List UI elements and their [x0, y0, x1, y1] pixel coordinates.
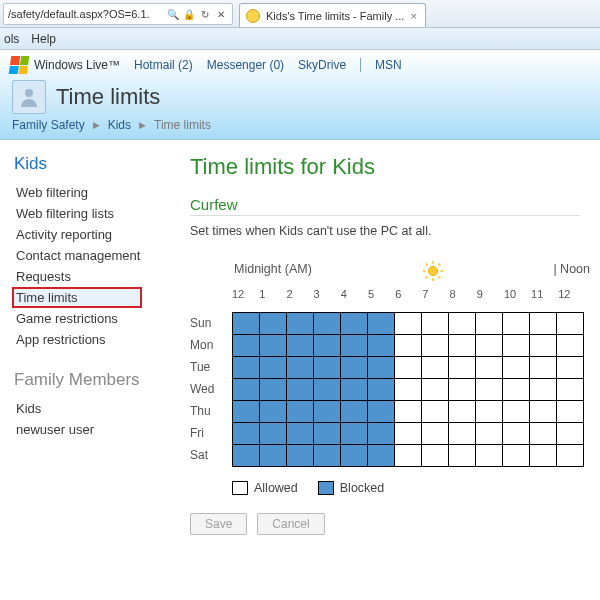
schedule-cell[interactable] — [530, 445, 557, 467]
schedule-cell[interactable] — [503, 313, 530, 335]
schedule-cell[interactable] — [395, 401, 422, 423]
schedule-cell[interactable] — [557, 313, 584, 335]
schedule-cell[interactable] — [476, 423, 503, 445]
schedule-cell[interactable] — [530, 335, 557, 357]
cancel-button[interactable]: Cancel — [257, 513, 324, 535]
schedule-cell[interactable] — [314, 313, 341, 335]
windows-live-logo[interactable]: Windows Live™ — [10, 56, 120, 74]
sidebar-item[interactable]: Web filtering lists — [14, 203, 170, 224]
schedule-cell[interactable] — [341, 379, 368, 401]
schedule-cell[interactable] — [503, 335, 530, 357]
sidebar-item[interactable]: Requests — [14, 266, 170, 287]
schedule-cell[interactable] — [233, 445, 260, 467]
schedule-cell[interactable] — [449, 423, 476, 445]
schedule-cell[interactable] — [260, 313, 287, 335]
schedule-cell[interactable] — [314, 379, 341, 401]
schedule-cell[interactable] — [503, 357, 530, 379]
schedule-cell[interactable] — [314, 445, 341, 467]
stop-icon[interactable]: ✕ — [214, 7, 228, 21]
schedule-cell[interactable] — [449, 379, 476, 401]
schedule-cell[interactable] — [449, 335, 476, 357]
schedule-cell[interactable] — [422, 445, 449, 467]
sidebar-heading-kids[interactable]: Kids — [14, 154, 170, 174]
schedule-cell[interactable] — [287, 379, 314, 401]
schedule-cell[interactable] — [368, 423, 395, 445]
schedule-cell[interactable] — [476, 335, 503, 357]
schedule-cell[interactable] — [395, 335, 422, 357]
schedule-cell[interactable] — [422, 313, 449, 335]
schedule-cell[interactable] — [557, 335, 584, 357]
live-link-messenger[interactable]: Messenger (0) — [207, 58, 284, 72]
schedule-cell[interactable] — [395, 313, 422, 335]
schedule-cell[interactable] — [287, 313, 314, 335]
schedule-cell[interactable] — [422, 423, 449, 445]
live-link-skydrive[interactable]: SkyDrive — [298, 58, 346, 72]
schedule-cell[interactable] — [422, 335, 449, 357]
schedule-cell[interactable] — [287, 423, 314, 445]
schedule-cell[interactable] — [449, 445, 476, 467]
schedule-cell[interactable] — [449, 313, 476, 335]
schedule-cell[interactable] — [503, 423, 530, 445]
schedule-cell[interactable] — [260, 335, 287, 357]
sidebar-item[interactable]: Game restrictions — [14, 308, 170, 329]
schedule-cell[interactable] — [233, 379, 260, 401]
schedule-cell[interactable] — [233, 423, 260, 445]
live-link-msn[interactable]: MSN — [375, 58, 402, 72]
schedule-cell[interactable] — [476, 445, 503, 467]
schedule-cell[interactable] — [422, 401, 449, 423]
schedule-cell[interactable] — [341, 313, 368, 335]
schedule-cell[interactable] — [557, 401, 584, 423]
schedule-cell[interactable] — [368, 335, 395, 357]
schedule-cell[interactable] — [530, 357, 557, 379]
schedule-cell[interactable] — [476, 379, 503, 401]
sidebar-item[interactable]: Activity reporting — [14, 224, 170, 245]
schedule-cell[interactable] — [557, 357, 584, 379]
schedule-grid[interactable] — [232, 312, 584, 467]
schedule-cell[interactable] — [233, 401, 260, 423]
address-bar[interactable]: /safety/default.aspx?OS=6.1. 🔍 🔒 ↻ ✕ — [3, 3, 233, 25]
schedule-cell[interactable] — [395, 423, 422, 445]
sidebar-item[interactable]: Web filtering — [14, 182, 170, 203]
schedule-cell[interactable] — [557, 445, 584, 467]
schedule-cell[interactable] — [530, 379, 557, 401]
schedule-cell[interactable] — [368, 445, 395, 467]
schedule-cell[interactable] — [530, 423, 557, 445]
schedule-cell[interactable] — [530, 313, 557, 335]
schedule-cell[interactable] — [395, 379, 422, 401]
schedule-cell[interactable] — [341, 401, 368, 423]
schedule-cell[interactable] — [260, 401, 287, 423]
schedule-cell[interactable] — [260, 445, 287, 467]
schedule-cell[interactable] — [395, 357, 422, 379]
schedule-cell[interactable] — [287, 357, 314, 379]
crumb-kids[interactable]: Kids — [108, 118, 131, 132]
crumb-family-safety[interactable]: Family Safety — [12, 118, 85, 132]
tab-close-icon[interactable]: × — [410, 10, 416, 22]
schedule-cell[interactable] — [503, 401, 530, 423]
sidebar-member[interactable]: newuser user — [14, 419, 170, 440]
live-link-hotmail[interactable]: Hotmail (2) — [134, 58, 193, 72]
schedule-cell[interactable] — [341, 335, 368, 357]
schedule-cell[interactable] — [287, 335, 314, 357]
schedule-cell[interactable] — [233, 313, 260, 335]
save-button[interactable]: Save — [190, 513, 247, 535]
schedule-cell[interactable] — [368, 357, 395, 379]
schedule-cell[interactable] — [341, 423, 368, 445]
schedule-cell[interactable] — [341, 357, 368, 379]
schedule-cell[interactable] — [314, 357, 341, 379]
schedule-cell[interactable] — [233, 335, 260, 357]
browser-tab[interactable]: Kids's Time limits - Family ... × — [239, 3, 426, 27]
menu-help[interactable]: Help — [31, 32, 56, 46]
schedule-cell[interactable] — [314, 423, 341, 445]
schedule-cell[interactable] — [476, 401, 503, 423]
schedule-cell[interactable] — [260, 357, 287, 379]
schedule-cell[interactable] — [503, 379, 530, 401]
schedule-cell[interactable] — [503, 445, 530, 467]
schedule-cell[interactable] — [422, 357, 449, 379]
schedule-cell[interactable] — [260, 379, 287, 401]
refresh-icon[interactable]: ↻ — [198, 7, 212, 21]
sidebar-item[interactable]: Time limits — [12, 287, 142, 308]
menu-tools[interactable]: ols — [4, 32, 19, 46]
schedule-cell[interactable] — [287, 401, 314, 423]
search-icon[interactable]: 🔍 — [166, 7, 180, 21]
schedule-cell[interactable] — [395, 445, 422, 467]
